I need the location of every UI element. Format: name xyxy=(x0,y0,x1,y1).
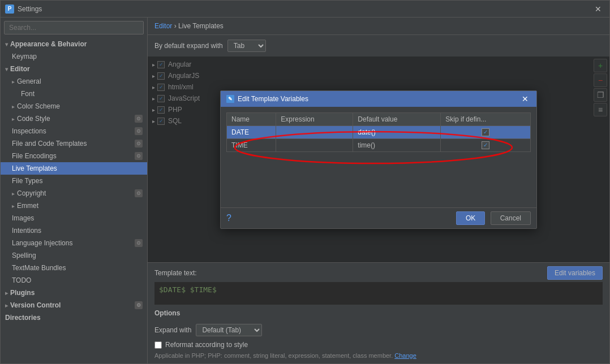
reformat-checkbox[interactable] xyxy=(154,341,162,349)
col-name: Name xyxy=(227,112,276,125)
expand-with-select[interactable]: Default (Tab) xyxy=(196,324,262,336)
help-icon[interactable]: ? xyxy=(226,213,231,223)
applicable-text: Applicable in PHP; PHP: comment, string … xyxy=(154,351,603,360)
template-text-label: Template text: xyxy=(154,269,197,277)
dialog-icon: ✎ xyxy=(226,95,234,103)
cell-skip[interactable] xyxy=(441,138,531,151)
dialog-footer: ? OK Cancel xyxy=(221,207,536,228)
arrow-icon: ▸ xyxy=(12,203,15,209)
sidebar-item-live-templates[interactable]: Live Templates xyxy=(1,162,147,175)
arrow-icon: ▸ xyxy=(12,190,15,197)
empty-rows-area xyxy=(226,157,531,202)
reformat-label: Reformat according to style xyxy=(165,341,248,349)
change-link[interactable]: Change xyxy=(394,352,416,359)
sidebar-item-directories[interactable]: Directories xyxy=(1,311,147,324)
sidebar-item-language-injections[interactable]: Language Injections ⚙ xyxy=(1,237,147,249)
expand-section: By default expand with Tab xyxy=(148,35,609,57)
options-label: Options xyxy=(154,309,180,317)
sidebar-item-inspections[interactable]: Inspections ⚙ xyxy=(1,125,147,137)
arrow-icon: ▾ xyxy=(5,66,8,72)
sidebar-item-textmate-bundles[interactable]: TextMate Bundles xyxy=(1,262,147,274)
table-wrapper: Name Expression Default value Skip if de… xyxy=(226,112,531,152)
main-content: ▾ Appearance & Behavior Keymap ▾ Editor … xyxy=(1,18,609,363)
cell-skip[interactable] xyxy=(441,125,531,138)
sidebar-item-code-style[interactable]: ▸ Code Style ⚙ xyxy=(1,112,147,125)
options-row: Options xyxy=(154,307,603,319)
cell-name: DATE xyxy=(227,125,276,138)
edit-template-variables-dialog: ✎ Edit Template Variables ✕ Name xyxy=(220,90,537,229)
sidebar-item-file-encodings[interactable]: File Encodings ⚙ xyxy=(1,150,147,162)
arrow-icon: ▸ xyxy=(12,79,15,85)
sidebar-item-spelling[interactable]: Spelling xyxy=(1,249,147,262)
sidebar: ▾ Appearance & Behavior Keymap ▾ Editor … xyxy=(1,18,148,363)
dialog-close-button[interactable]: ✕ xyxy=(519,94,531,103)
col-expression: Expression xyxy=(276,112,353,125)
table-row[interactable]: DATE date() xyxy=(227,125,531,138)
dialog-buttons: OK Cancel xyxy=(456,211,531,225)
sidebar-item-file-types[interactable]: File Types xyxy=(1,175,147,187)
breadcrumb-editor[interactable]: Editor xyxy=(154,22,172,30)
close-button[interactable]: ✕ xyxy=(591,3,605,15)
cancel-button[interactable]: Cancel xyxy=(491,211,531,225)
sidebar-item-general[interactable]: ▸ General xyxy=(1,75,147,88)
expand-with-row: Expand with Default (Tab) xyxy=(154,322,603,339)
breadcrumb-live-templates: Live Templates xyxy=(178,22,224,30)
arrow-icon: ▾ xyxy=(5,41,8,47)
badge-icon: ⚙ xyxy=(135,127,143,135)
badge-icon: ⚙ xyxy=(135,301,143,309)
ok-button[interactable]: OK xyxy=(456,211,485,225)
dialog-overlay: ✎ Edit Template Variables ✕ Name xyxy=(148,57,609,262)
window-title: Settings xyxy=(18,5,591,13)
search-input[interactable] xyxy=(4,21,144,34)
expand-with-label: Expand with xyxy=(154,326,191,334)
cell-expression[interactable] xyxy=(276,125,353,138)
cell-default-value[interactable]: time() xyxy=(353,138,441,151)
sidebar-item-color-scheme[interactable]: ▸ Color Scheme xyxy=(1,100,147,112)
badge-icon: ⚙ xyxy=(135,140,143,148)
col-default-value: Default value xyxy=(353,112,441,125)
badge-icon: ⚙ xyxy=(135,189,143,197)
sidebar-item-font[interactable]: Font xyxy=(1,88,147,100)
edit-variables-button[interactable]: Edit variables xyxy=(547,266,603,280)
sidebar-item-todo[interactable]: TODO xyxy=(1,274,147,287)
sidebar-item-plugins[interactable]: ▸ Plugins xyxy=(1,287,147,299)
badge-icon: ⚙ xyxy=(135,152,143,160)
dialog-title: ✎ Edit Template Variables xyxy=(226,95,308,103)
expand-label: By default expand with xyxy=(154,42,223,50)
sidebar-item-copyright[interactable]: ▸ Copyright ⚙ xyxy=(1,187,147,200)
sidebar-item-appearance[interactable]: ▾ Appearance & Behavior xyxy=(1,38,147,50)
templates-list: ▸ ✓ Angular ▸ ✓ AngularJS ▸ ✓ html/xml ▸… xyxy=(148,57,609,262)
reformat-row: Reformat according to style xyxy=(154,341,603,349)
sidebar-item-images[interactable]: Images xyxy=(1,212,147,224)
sidebar-item-keymap[interactable]: Keymap xyxy=(1,50,147,63)
sidebar-item-version-control[interactable]: ▸ Version Control ⚙ xyxy=(1,299,147,311)
skip-checkbox-date[interactable] xyxy=(482,128,489,136)
settings-window: P Settings ✕ ▾ Appearance & Behavior Key… xyxy=(0,0,610,364)
variables-table: Name Expression Default value Skip if de… xyxy=(226,112,531,152)
breadcrumb: Editor › Live Templates xyxy=(148,18,609,35)
app-icon: P xyxy=(5,5,14,14)
table-row[interactable]: TIME time() xyxy=(227,138,531,151)
cell-name: TIME xyxy=(227,138,276,151)
badge-icon: ⚙ xyxy=(135,115,143,123)
sidebar-item-editor[interactable]: ▾ Editor xyxy=(1,63,147,75)
sidebar-item-file-code-templates[interactable]: File and Code Templates ⚙ xyxy=(1,137,147,150)
cell-default-value[interactable]: date() xyxy=(353,125,441,138)
cell-expression[interactable] xyxy=(276,138,353,151)
expand-dropdown[interactable]: Tab xyxy=(227,40,266,52)
sidebar-item-emmet[interactable]: ▸ Emmet xyxy=(1,200,147,212)
arrow-icon: ▸ xyxy=(12,116,15,122)
sidebar-item-intentions[interactable]: Intentions xyxy=(1,224,147,237)
bottom-section: Template text: Edit variables $DATE$ $TI… xyxy=(148,262,609,363)
arrow-icon: ▸ xyxy=(5,290,8,296)
skip-checkbox-time[interactable] xyxy=(482,141,489,149)
dialog-body: Name Expression Default value Skip if de… xyxy=(221,107,536,207)
badge-icon: ⚙ xyxy=(135,239,143,247)
dialog-title-bar: ✎ Edit Template Variables ✕ xyxy=(221,91,536,107)
content-area: Editor › Live Templates By default expan… xyxy=(148,18,609,363)
title-bar: P Settings ✕ xyxy=(1,1,609,18)
arrow-icon: ▸ xyxy=(12,103,15,110)
template-code[interactable]: $DATE$ $TIME$ xyxy=(154,282,603,305)
arrow-icon: ▸ xyxy=(5,302,8,309)
col-skip: Skip if defin... xyxy=(441,112,531,125)
